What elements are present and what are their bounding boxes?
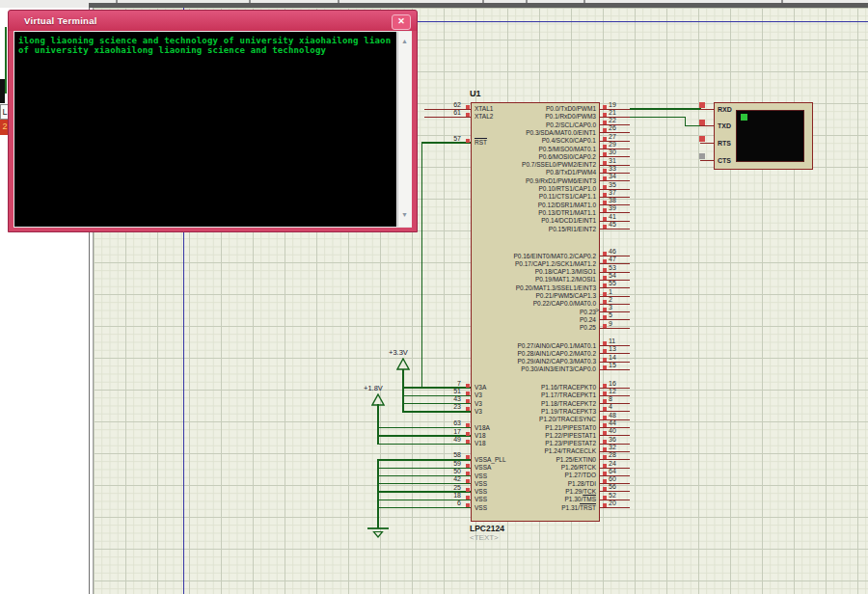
pin-number: 17 [420,428,461,436]
pin-name: P1.16/TRACEPKT0 [473,384,596,392]
pin-number: 7 [420,380,461,388]
terminal-line: of university xiaohailong liaoning scien… [18,45,326,55]
pin-number: 39 [609,204,637,212]
pin-name: P0.5/MISO0/MAT0.1 [473,146,596,153]
pin-name: P0.29/AIN2/CAP0.3/MAT0.3 [473,358,596,365]
pin-end-square [466,113,470,117]
pin-stub [424,117,471,118]
pin-number: 9 [609,320,637,328]
pin-end-square [603,268,607,272]
pin-name: P0.16/EINT0/MAT0.2/CAP0.2 [473,253,596,260]
pin-name: P1.19/TRACEPKT3 [473,408,596,416]
pin-end-square [466,479,470,483]
pin-end-square [466,407,470,411]
pin-end-square [603,384,607,388]
pin-name: P0.2/SCL/CAP0.0 [473,122,596,129]
pin-end-square [603,392,607,395]
wire-rst[interactable] [421,142,471,143]
pin-name: P1.29/TCK [473,488,596,496]
pin-number: 15 [609,362,637,369]
terminal-line: ilong liaoning science and technology of… [18,36,391,45]
power-1v8-symbol[interactable] [371,393,385,406]
pin-number: 52 [609,492,637,500]
pin-end-square [466,488,470,492]
pin-end-square [603,399,607,403]
pin-name: P1.22/PIPESTAT1 [473,432,596,440]
pin-name: P0.22/CAP0.0/MAT0.0 [473,300,596,308]
wire-rxd0-to-txd-h2[interactable] [685,125,701,126]
pin-end-square [466,139,470,143]
pin-number: 62 [420,101,461,109]
pin-end-square [466,423,470,427]
wire-v3[interactable] [403,411,471,412]
chip-part-label: LPC2124 [470,524,504,533]
wire-gnd-bus[interactable] [377,459,378,528]
pin-end-square [466,503,470,507]
window-content: ilong liaoning science and technology of… [14,31,412,228]
pin-name: P1.31/TRST [473,504,596,512]
background-wire-fragment [5,27,7,94]
wire-rst-riser[interactable] [421,142,422,388]
pin-number: 36 [609,436,637,444]
pin-name: P0.14/DCD1/EINT1 [473,217,596,225]
pin-number: 32 [609,444,637,451]
pin-end-square [603,440,607,444]
pin-end-square [699,153,705,159]
pin-number: 60 [609,475,637,483]
pin-number: 41 [609,213,637,221]
pin-end-square [603,201,607,204]
pin-end-square [603,193,607,197]
pin-end-square [603,176,607,180]
pin-name: P0.3/SDA/MAT0.0/EINT1 [473,129,596,137]
pin-end-square [603,479,607,483]
pin-name: P1.17/TRACEPKT1 [473,392,596,399]
pin-end-square [603,464,607,468]
pin-end-square [603,472,607,475]
pin-number: 40 [609,427,637,435]
pin-end-square [466,440,470,444]
terminal-scrollbar[interactable]: ▲ ▼ [397,32,412,227]
pin-number: 49 [420,436,461,444]
power-3v3-symbol[interactable] [396,358,410,370]
pin-name: P0.1/RxD0/PWM3 [473,113,596,121]
pin-number: 14 [609,354,637,362]
ground-symbol[interactable] [365,526,392,540]
pin-end-square [603,365,607,369]
wire-3v3-bus[interactable] [402,369,403,413]
pin-number: 46 [609,248,637,256]
pin-end-square [603,113,607,117]
wire-vss[interactable] [378,507,471,508]
pin-end-square [603,284,607,287]
pin-name: P0.20/MAT1.3/SSEL1/EINT3 [473,284,596,292]
pin-number: 42 [420,475,461,483]
pin-stub [600,328,630,329]
pin-stub [700,109,714,110]
pin-stub [600,507,630,508]
pin-name: P1.25/EXTIN0 [473,456,596,464]
pin-name: P1.30/TMS [473,496,596,503]
wire-v18[interactable] [378,444,471,445]
pin-number: 30 [609,148,637,156]
pin-number: 16 [609,380,637,388]
close-button[interactable]: ✕ [392,14,411,30]
scroll-down-icon[interactable]: ▼ [401,211,408,219]
wire-txd0-to-rxd[interactable] [630,108,701,109]
pin-name: P0.12/DSR1/MAT1.0 [473,202,596,209]
pin-end-square [603,185,607,189]
window-titlebar[interactable]: Virtual Terminal ✕ [9,11,417,31]
wire-rxd0-to-txd-h1[interactable] [630,117,686,118]
pin-name: P0.9/RxD1/PWM6/EINT3 [473,177,596,185]
pin-number: 8 [609,395,637,403]
pin-end-square [603,137,607,141]
pin-number: 5 [609,311,637,319]
scroll-up-icon[interactable]: ▲ [401,38,408,45]
pin-number: 45 [609,221,637,229]
pin-stub [700,160,714,161]
pin-name: P0.10/RTS1/CAP1.0 [473,185,596,193]
wire-1v8-bus[interactable] [377,404,378,445]
pin-end-square [603,503,607,507]
window-title: Virtual Terminal [24,15,97,26]
pin-end-square [603,324,607,328]
pin-number: 54 [609,272,637,280]
pin-number: 31 [609,157,637,165]
